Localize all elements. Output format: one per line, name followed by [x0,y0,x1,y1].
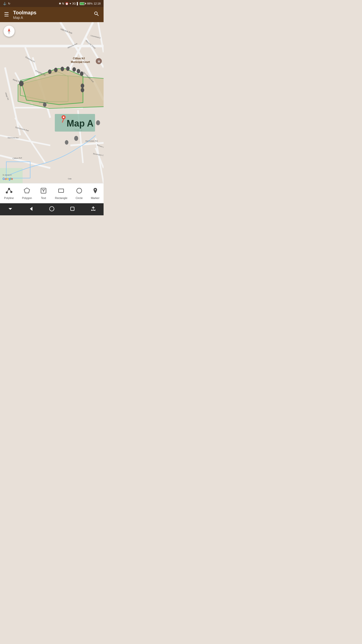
bluetooth-icon: ✱ [59,2,61,5]
google-logo: Google [3,177,13,181]
status-left-icons: ⚓ ↻ [3,2,10,5]
polyline-label: Polyline [4,196,14,199]
nav-bar [0,203,104,215]
status-bar: ⚓ ↻ ✱ N ⏰ ▾ 3G ▌ 88% 12:18 [0,0,104,7]
wifi-icon: ▾ [70,2,71,5]
circle-icon [76,187,82,195]
svg-point-49 [54,68,58,72]
svg-text:Municipal Court: Municipal Court [71,61,90,63]
svg-point-79 [50,207,54,211]
battery-indicator [80,2,86,5]
compass-button[interactable] [4,26,15,37]
app-title: Toolmaps [13,10,94,16]
bottom-toolbar: Polyline Polygon Text [0,183,104,203]
svg-point-54 [80,71,83,76]
rectangle-label: Rectangle [55,196,67,199]
map-container[interactable]: Hillcrest Ave Recycle Drive Linzenbold D… [0,22,104,183]
marker-icon [92,187,99,195]
svg-marker-70 [24,188,30,193]
svg-point-52 [72,67,76,72]
circle-label: Circle [76,196,83,199]
sync-icon: ↻ [8,2,10,5]
text-tool-icon [40,187,47,195]
tool-rectangle[interactable]: Rectangle [53,186,69,201]
text-label: Text [41,196,46,199]
svg-text:St James D: St James D [3,174,12,176]
compass-south [8,31,10,35]
svg-marker-78 [30,207,32,211]
rectangle-icon [58,187,64,195]
app-toolbar: ☰ Toolmaps Map A [0,7,104,22]
tool-polyline[interactable]: Polyline [2,186,16,201]
svg-text:Starmond Ave: Starmond Ave [8,137,19,139]
status-right-icons: ✱ N ⏰ ▾ 3G ▌ 88% 12:18 [59,2,101,5]
svg-point-51 [66,66,70,71]
svg-point-77 [77,188,82,193]
tool-text[interactable]: Text [38,186,49,201]
svg-point-65 [74,136,78,141]
tool-circle[interactable]: Circle [74,186,85,201]
tool-polygon[interactable]: Polygon [20,186,34,201]
svg-point-56 [81,84,84,88]
signal-icon: 3G [72,2,76,5]
polygon-label: Polygon [22,196,32,199]
polygon-icon [24,187,30,195]
svg-text:🏛: 🏛 [98,60,100,63]
svg-text:Barnsdale Rd: Barnsdale Rd [85,140,98,142]
svg-point-66 [65,140,68,145]
toolbar-title-block: Toolmaps Map A [13,10,94,20]
usb-icon: ⚓ [3,2,7,5]
nav-down-button[interactable] [4,204,17,215]
clock: 12:18 [94,2,101,5]
nav-share-button[interactable] [86,204,100,215]
battery-percent: 88% [87,2,93,5]
map-subtitle: Map A [13,16,94,20]
svg-text:Oak: Oak [68,178,72,180]
svg-point-55 [19,81,24,86]
menu-button[interactable]: ☰ [4,12,9,17]
signal-bars: ▌ [77,2,79,5]
svg-text:Map A: Map A [67,118,94,129]
svg-point-48 [49,72,51,73]
svg-point-50 [61,67,64,71]
svg-point-64 [96,120,100,125]
map-svg: Hillcrest Ave Recycle Drive Linzenbold D… [0,22,104,183]
svg-point-58 [43,102,47,107]
svg-text:Clifton NJ: Clifton NJ [73,57,85,60]
search-icon [94,11,100,17]
nav-home-button[interactable] [45,204,59,215]
nav-recents-button[interactable] [66,204,79,215]
nfc-icon: N [62,2,64,5]
alarm-icon: ⏰ [65,2,69,5]
marker-label: Marker [91,196,99,199]
svg-point-57 [81,88,84,92]
polyline-icon [6,187,12,195]
search-button[interactable] [94,11,100,18]
tool-marker[interactable]: Marker [89,186,101,201]
svg-point-53 [77,69,80,73]
svg-point-61 [63,116,64,118]
nav-back-button[interactable] [24,204,38,215]
svg-rect-76 [59,189,64,192]
svg-rect-80 [71,207,74,211]
